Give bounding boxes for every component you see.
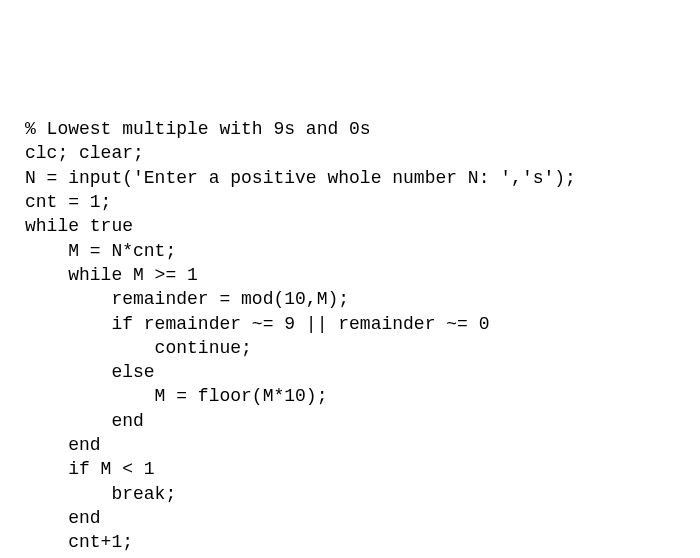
code-line: M = N*cnt; bbox=[25, 239, 675, 263]
code-line: continue; bbox=[25, 336, 675, 360]
code-line: cnt+1; bbox=[25, 530, 675, 554]
code-block: % Lowest multiple with 9s and 0sclc; cle… bbox=[25, 117, 675, 558]
code-line: % Lowest multiple with 9s and 0s bbox=[25, 117, 675, 141]
code-line: break; bbox=[25, 482, 675, 506]
code-line: N = input('Enter a positive whole number… bbox=[25, 166, 675, 190]
code-line: else bbox=[25, 360, 675, 384]
code-line: if M < 1 bbox=[25, 457, 675, 481]
code-line: clc; clear; bbox=[25, 141, 675, 165]
code-line: while M >= 1 bbox=[25, 263, 675, 287]
code-line: M = floor(M*10); bbox=[25, 384, 675, 408]
code-line: cnt = 1; bbox=[25, 190, 675, 214]
code-line: end bbox=[25, 506, 675, 530]
code-line: while true bbox=[25, 214, 675, 238]
code-line: end bbox=[25, 555, 675, 558]
code-line: end bbox=[25, 433, 675, 457]
code-line: end bbox=[25, 409, 675, 433]
code-line: if remainder ~= 9 || remainder ~= 0 bbox=[25, 312, 675, 336]
code-line: remainder = mod(10,M); bbox=[25, 287, 675, 311]
